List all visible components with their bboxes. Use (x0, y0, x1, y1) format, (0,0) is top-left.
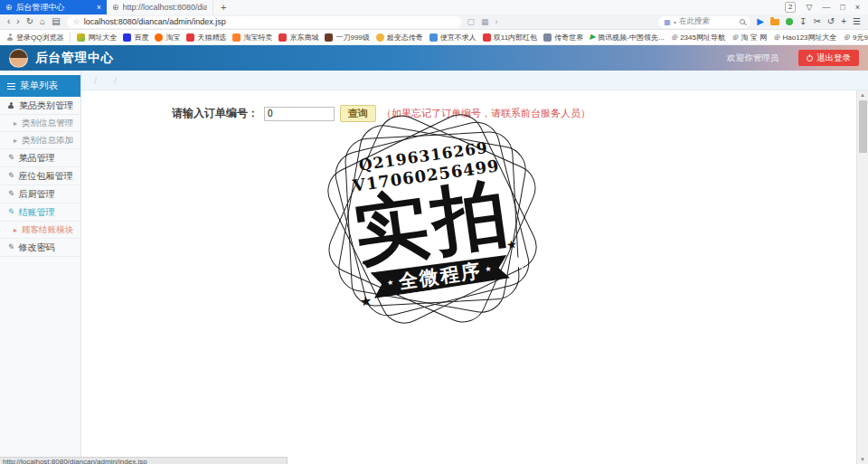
favorites-folder-icon[interactable] (770, 19, 779, 25)
close-button[interactable]: × (855, 3, 860, 12)
sidebar-item-label: 类别信息添加 (22, 135, 73, 147)
globe-icon: ⊕ (844, 33, 851, 42)
new-tab-button[interactable]: + (213, 0, 233, 14)
stamp-content: Q2196316269 V17060256499 实拍 ★ ★ 全微程序 ★ ★ (309, 93, 555, 346)
scrollbar-thumb[interactable] (859, 100, 867, 153)
sidebar-item-seat-mgmt[interactable]: ✎ 座位包厢管理 (0, 167, 80, 185)
search-input[interactable]: ▦ ▾ 在此搜索 (658, 16, 750, 28)
bookmark-item[interactable]: 双11内部红包 (483, 33, 537, 43)
star-icon: ★ (359, 293, 373, 311)
sidebar-menu-header[interactable]: 菜单列表 (0, 75, 80, 97)
tab-active[interactable]: ⊕ 后台管理中心 × (0, 0, 107, 14)
bookmark-item[interactable]: 便宜不求人 (429, 33, 476, 43)
bookmark-tencent-video[interactable]: ▶ 腾讯视频-中国领先... (590, 33, 665, 43)
favicon-icon (123, 33, 131, 42)
bookmark-item[interactable]: 网址大全 (77, 33, 117, 43)
home-icon[interactable]: ⌂ (40, 17, 45, 26)
bookmark-item[interactable]: 天猫精选 (186, 33, 226, 43)
favicon-icon (543, 33, 552, 42)
favicon-icon (429, 33, 438, 42)
search-icon[interactable] (740, 19, 745, 24)
collapse-icon[interactable]: › (495, 17, 498, 26)
bookmark-label: 网址大全 (88, 33, 117, 43)
bookmark-item[interactable]: 传奇世界 (543, 33, 583, 43)
edit-icon: ✎ (7, 243, 14, 251)
edit-icon: ✎ (7, 190, 14, 198)
bookmark-label: 登录QQ浏览器 (16, 33, 63, 43)
sidebar-item-category-info-add[interactable]: ▸ 类别信息添加 (0, 132, 80, 149)
scroll-up-icon[interactable]: ▲ (857, 92, 868, 98)
tab-count-badge[interactable]: 2 (785, 2, 796, 13)
page-capture-icon[interactable]: ▢ (467, 17, 476, 26)
sidebar-item-dish-category-mgmt[interactable]: 菜品类别管理 (0, 97, 80, 115)
favicon-icon (232, 33, 241, 42)
bookmark-item[interactable]: ⊕ Hao123网址大全 (773, 33, 837, 43)
bookmark-qq-login[interactable]: 登录QQ浏览器 (6, 33, 71, 43)
bookmark-label: 天猫精选 (197, 33, 226, 43)
address-bar: ‹ › ↻ ⌂ ▤ ☆ localhost:8080/diancan/admin… (0, 14, 868, 30)
sidebar-item-customer-checkout[interactable]: ▸ 顾客结账模块 (0, 222, 80, 239)
bookmark-item[interactable]: 淘宝特卖 (232, 33, 272, 43)
bookmark-item[interactable]: ⊕ 9元9包邮 (844, 33, 868, 43)
bookmark-item[interactable]: 百度 (123, 33, 148, 43)
minimize-button[interactable]: — (822, 3, 830, 12)
adblock-funnel-icon[interactable]: ▽ (806, 3, 812, 12)
add-icon[interactable]: + (841, 17, 846, 26)
video-play-icon[interactable]: ▶ (757, 17, 764, 26)
history-undo-icon[interactable]: ↺ (827, 17, 835, 26)
sidebar-item-label: 菜品管理 (19, 152, 55, 165)
edit-icon: ✎ (7, 154, 14, 162)
scroll-down-icon[interactable]: ▼ (857, 457, 868, 462)
menu-header-label: 菜单列表 (20, 80, 58, 92)
forward-icon[interactable]: › (16, 17, 19, 26)
apps-grid-icon[interactable]: ▦ (481, 17, 489, 26)
back-icon[interactable]: ‹ (7, 17, 10, 26)
bookmark-label: 淘 宝 网 (741, 33, 767, 43)
sidebar-item-dish-mgmt[interactable]: ✎ 菜品管理 (0, 149, 80, 167)
bookmark-item[interactable]: 京东商城 (278, 33, 318, 43)
reading-list-icon[interactable]: ▤ (52, 17, 60, 26)
search-engine-icon[interactable]: ▦ (664, 18, 671, 26)
page-title: 后台管理中心 (35, 50, 114, 66)
download-icon[interactable]: ↧ (799, 17, 807, 26)
tab-title: 后台管理中心 (16, 2, 93, 14)
sidebar-item-label: 修改密码 (19, 241, 55, 254)
bookmark-label: 京东商城 (289, 33, 318, 43)
order-number-label: 请输入订单编号： (172, 106, 259, 121)
wechat-icon[interactable] (786, 18, 793, 25)
edit-icon: ✎ (7, 172, 14, 180)
sidebar-item-checkout-mgmt[interactable]: ✎ 结账管理 (0, 204, 80, 222)
bookmark-item[interactable]: 淘宝 (155, 33, 180, 43)
bookmark-item[interactable]: ⊕ 淘 宝 网 (731, 33, 767, 43)
close-tab-icon[interactable]: × (97, 3, 101, 12)
bookmark-item[interactable]: 超变态传奇 (376, 33, 423, 43)
logout-button[interactable]: 退出登录 (798, 50, 859, 66)
vertical-scrollbar[interactable]: ▲ ▼ (856, 90, 868, 464)
tab-second[interactable]: ⊕ http://localhost:8080/diancan/goo (107, 0, 213, 14)
url-input[interactable]: ☆ localhost:8080/diancan/admin/index.jsp (67, 16, 461, 28)
globe-icon: ⊕ (671, 33, 678, 42)
chevron-down-icon[interactable]: ▾ (674, 19, 676, 25)
bookmark-label: Hao123网址大全 (783, 33, 837, 43)
bookmark-label: 超变态传奇 (387, 33, 423, 43)
favicon-icon (325, 33, 333, 42)
sidebar-item-label: 座位包厢管理 (19, 170, 73, 183)
bookmark-label: 2345网址导航 (680, 33, 725, 43)
sidebar-item-kitchen-mgmt[interactable]: ✎ 后厨管理 (0, 185, 80, 204)
bookmark-star-icon[interactable]: ☆ (73, 17, 80, 26)
star-icon: ★ (485, 265, 494, 274)
breadcrumb: / / (81, 71, 868, 90)
avatar (9, 49, 28, 68)
menu-icon[interactable]: ☰ (853, 17, 861, 26)
welcome-text: 欢迎你管理员 (727, 52, 778, 64)
play-icon: ▶ (590, 33, 595, 41)
sidebar-item-change-password[interactable]: ✎ 修改密码 (0, 239, 80, 257)
sidebar-item-category-info-mgmt[interactable]: ▸ 类别信息管理 (0, 115, 80, 132)
refresh-icon[interactable]: ↻ (26, 17, 33, 26)
tab-title: http://localhost:8080/diancan/goo (123, 3, 207, 12)
bookmark-item[interactable]: ⊕ 2345网址导航 (671, 33, 725, 43)
bookmark-item[interactable]: 一刀999级 (325, 33, 369, 43)
bookmark-label: 腾讯视频-中国领先... (598, 33, 664, 43)
scissors-icon[interactable]: ✂ (813, 17, 820, 26)
maximize-button[interactable]: □ (840, 3, 844, 12)
